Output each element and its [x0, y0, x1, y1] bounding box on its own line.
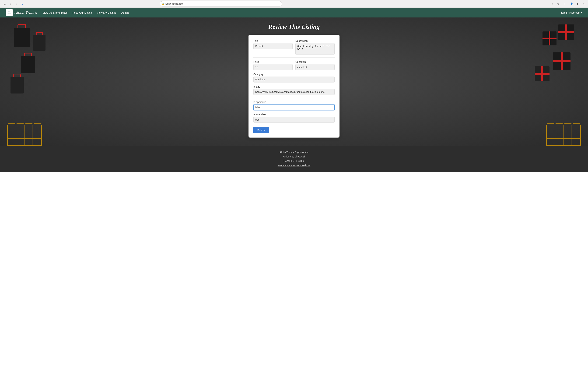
bag-medium-left — [33, 35, 45, 51]
form-row-is-available: Is available — [253, 113, 335, 123]
home-button[interactable]: ⌂ — [550, 1, 555, 6]
form-group-price: Price — [253, 60, 293, 70]
nav-view-marketplace[interactable]: View the Marketplace — [43, 11, 68, 14]
new-tab-button[interactable]: + — [562, 1, 567, 6]
back-button[interactable]: ‹ — [8, 1, 13, 6]
description-input[interactable]: One Laundry Basket for Sale — [295, 43, 335, 55]
account-button[interactable]: 👤 — [569, 1, 574, 6]
nav-admin[interactable]: Admin — [121, 11, 129, 14]
form-group-title: Title — [253, 40, 293, 55]
bag-small-left — [21, 56, 35, 73]
category-label: Category — [253, 73, 335, 76]
lock-icon: 🔒 — [162, 3, 164, 5]
category-input[interactable] — [253, 76, 335, 83]
downloads-button[interactable]: ⬇ — [575, 1, 580, 6]
gift-box-1 — [558, 25, 574, 40]
user-menu[interactable]: admin@foo.com ▾ — [561, 11, 582, 14]
dropdown-arrow-icon: ▾ — [581, 11, 582, 14]
form-group-is-approved: Is approved — [253, 101, 335, 110]
footer-university: University of Hawaii — [3, 154, 585, 159]
address-bar[interactable]: 🔒 aloha-trades.com — [160, 1, 282, 7]
title-label: Title — [253, 40, 293, 42]
browser-controls: ☰ ‹ › ↻ — [2, 1, 25, 6]
description-label: Description — [295, 40, 335, 42]
gift-box-2 — [543, 32, 556, 45]
navbar: AlohaTrades Aloha Trades View the Market… — [0, 8, 588, 17]
form-row-image: Image — [253, 85, 335, 95]
footer-info-link[interactable]: Information about our Website — [277, 164, 310, 167]
divider-1 — [253, 58, 335, 58]
is-approved-input[interactable] — [253, 104, 335, 110]
condition-label: Condition — [295, 60, 335, 63]
form-group-is-available: Is available — [253, 113, 335, 123]
is-available-input[interactable] — [253, 117, 335, 123]
sidebar-toggle-button[interactable]: ☰ — [2, 1, 7, 6]
reload-button[interactable]: ↻ — [20, 1, 25, 6]
condition-input[interactable] — [295, 64, 335, 70]
browser-chrome: ☰ ‹ › ↻ 🔒 aloha-trades.com ⌂ ⧉ + 👤 ⬇ ⎙ — [0, 0, 588, 8]
gift-box-4 — [535, 67, 550, 81]
form-row-title-description: Title Description One Laundry Basket for… — [253, 40, 335, 55]
forward-button[interactable]: › — [14, 1, 19, 6]
bag-large-left — [14, 28, 30, 47]
browser-actions: ⌂ ⧉ + 👤 ⬇ ⎙ — [550, 1, 586, 6]
form-group-category: Category — [253, 73, 335, 83]
page-title: Review This Listing — [268, 23, 320, 30]
bag-bottom-left — [10, 77, 24, 93]
user-email: admin@foo.com — [561, 11, 580, 14]
tabs-button[interactable]: ⧉ — [556, 1, 561, 6]
brand-link[interactable]: AlohaTrades Aloha Trades — [6, 9, 37, 16]
footer-org: Aloha Trades Organization — [3, 150, 585, 154]
image-label: Image — [253, 85, 335, 88]
footer-location: Honolulu, HI 96822 — [3, 159, 585, 163]
is-available-label: Is available — [253, 113, 335, 116]
nav-view-my-listings[interactable]: View My Listings — [97, 11, 116, 14]
form-card: Title Description One Laundry Basket for… — [249, 35, 339, 138]
nav-links: View the Marketplace Post Your Listing V… — [43, 11, 129, 14]
nav-post-listing[interactable]: Post Your Listing — [72, 11, 92, 14]
is-approved-label: Is approved — [253, 101, 335, 103]
price-label: Price — [253, 60, 293, 63]
form-row-price-condition: Price Condition — [253, 60, 335, 70]
submit-button[interactable]: Submit — [253, 127, 269, 133]
title-input[interactable] — [253, 43, 293, 49]
price-input[interactable] — [253, 64, 293, 70]
form-group-image: Image — [253, 85, 335, 95]
divider-2 — [253, 98, 335, 98]
gift-box-3 — [553, 52, 571, 70]
form-group-description: Description One Laundry Basket for Sale — [295, 40, 335, 55]
brand-name: Aloha Trades — [14, 10, 37, 15]
brand-logo: AlohaTrades — [6, 9, 13, 16]
image-input[interactable] — [253, 89, 335, 95]
cart-left — [7, 125, 42, 146]
form-row-category: Category — [253, 73, 335, 83]
form-row-is-approved: Is approved — [253, 101, 335, 110]
footer: Aloha Trades Organization University of … — [0, 146, 588, 172]
url-text: aloha-trades.com — [165, 2, 183, 5]
share-button[interactable]: ⎙ — [581, 1, 586, 6]
main-content: Review This Listing Title Description On… — [0, 17, 588, 146]
cart-right — [546, 125, 581, 146]
form-group-condition: Condition — [295, 60, 335, 70]
